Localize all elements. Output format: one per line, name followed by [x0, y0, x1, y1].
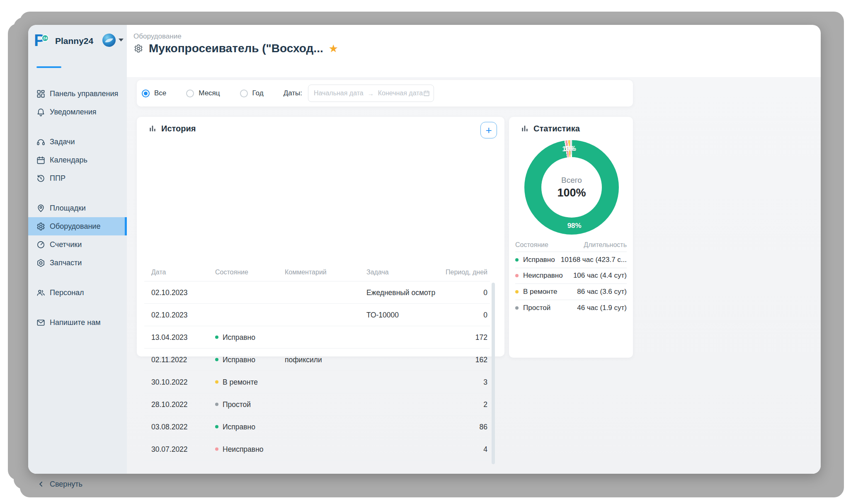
row-status: Исправно — [215, 333, 255, 342]
radio-label: Год — [252, 89, 264, 97]
sidebar-item-icon — [36, 204, 46, 213]
end-date-placeholder[interactable]: Конечная дата — [378, 90, 423, 97]
status-dot — [215, 403, 218, 406]
table-row[interactable]: 03.08.2022 Исправно 86 — [144, 416, 490, 438]
sidebar-item-label: Уведомления — [50, 108, 97, 116]
radio-circle-icon[interactable] — [186, 90, 194, 97]
brand-row: P 24 Planny24 — [34, 32, 121, 50]
sidebar-item-icon — [36, 174, 46, 183]
logo-badge: 24 — [41, 34, 49, 42]
sidebar-item-label: Запчасти — [50, 259, 82, 267]
sidebar-item-label: Счетчики — [50, 240, 82, 249]
sidebar-item-icon — [36, 258, 46, 268]
add-history-record-button[interactable]: + — [480, 122, 497, 138]
table-row[interactable]: 30.10.2022 В ремонте 3 — [144, 371, 490, 393]
legend-row: Простой 46 час (1.9 сут) — [515, 300, 627, 316]
row-task: ТО-10000 — [366, 310, 399, 319]
row-comment: пофиксили — [285, 355, 322, 364]
filter-bar: Все Месяц Год Даты: Начальная дата → Кон… — [137, 80, 633, 107]
status-dot — [215, 380, 218, 384]
chevron-left-icon — [37, 480, 45, 488]
sidebar-item[interactable]: Задачи — [28, 133, 127, 151]
row-date: 13.04.2023 — [151, 333, 188, 342]
sidebar-item-label: Панель управления — [50, 90, 118, 98]
date-range-input[interactable]: Начальная дата → Конечная дата — [308, 85, 434, 102]
table-row[interactable]: 13.04.2023 Исправно 172 — [144, 326, 490, 349]
legend-row: Исправно 10168 час (423.7 с... — [515, 252, 627, 268]
sidebar-item[interactable]: Панель управления — [28, 85, 127, 103]
row-period: 86 — [480, 422, 487, 431]
table-scrollbar[interactable] — [492, 283, 495, 464]
status-dot — [215, 358, 218, 361]
radio-circle-icon[interactable] — [240, 90, 248, 97]
period-radio[interactable]: Месяц — [186, 89, 220, 97]
row-date: 02.10.2023 — [151, 310, 188, 319]
status-dot — [215, 425, 218, 429]
sidebar: P 24 Planny24 Панель управления Уведомле… — [28, 25, 127, 474]
favorite-star-icon[interactable]: ★ — [329, 44, 338, 53]
start-date-placeholder[interactable]: Начальная дата — [314, 90, 364, 97]
sidebar-item[interactable]: ППР — [28, 169, 127, 187]
table-row[interactable]: 02.10.2023 ТО-10000 0 — [144, 304, 490, 326]
radio-circle-icon[interactable] — [142, 90, 150, 97]
sidebar-item[interactable]: Календарь — [28, 151, 127, 169]
row-date: 28.10.2022 — [151, 400, 188, 409]
user-avatar[interactable] — [102, 34, 116, 47]
legend-rows: Исправно 10168 час (423.7 с... Неисправн… — [515, 252, 627, 316]
row-status: Простой — [215, 400, 251, 409]
sidebar-item[interactable]: Уведомления — [28, 103, 127, 121]
legend-value: 10168 час (423.7 с... — [561, 256, 627, 264]
period-radio[interactable]: Год — [240, 89, 264, 97]
brand-name: Planny24 — [55, 36, 93, 46]
sidebar-item-label: Персонал — [50, 288, 84, 297]
calendar-icon[interactable] — [423, 90, 430, 97]
sidebar-item-label: Оборудование — [50, 222, 100, 231]
legend-value: 46 час (1.9 сут) — [577, 304, 627, 312]
tab-bar — [359, 43, 481, 68]
sidebar-item-label: Календарь — [50, 156, 87, 165]
row-period: 162 — [475, 355, 487, 364]
history-table-header: Дата Состояние Комментарий Задача Период… — [144, 265, 490, 281]
period-radio[interactable]: Все — [142, 89, 166, 97]
sidebar-collapse-button[interactable]: Свернуть — [28, 475, 127, 493]
row-status: Неисправно — [215, 445, 264, 453]
row-period: 0 — [483, 310, 487, 319]
history-card-title: История — [161, 124, 196, 133]
radio-label: Месяц — [199, 89, 220, 97]
table-row[interactable]: 02.10.2023 Ежедневный осмотр 0 — [144, 281, 490, 304]
status-dot — [215, 448, 218, 451]
column-header: Период, дней — [446, 269, 487, 276]
row-period: 4 — [483, 445, 487, 453]
breadcrumb[interactable]: Оборудование — [133, 32, 182, 41]
statistics-card-title: Статистика — [533, 124, 580, 133]
sidebar-item[interactable]: Запчасти — [28, 254, 127, 272]
sidebar-item[interactable]: Оборудование — [28, 217, 127, 235]
row-status: Исправно — [215, 422, 255, 431]
sidebar-item-icon — [36, 155, 46, 165]
column-header: Состояние — [215, 269, 248, 276]
row-period: 3 — [483, 378, 487, 386]
table-row[interactable]: 28.10.2022 Простой 2 — [144, 393, 490, 416]
legend-dot — [515, 306, 519, 310]
table-row[interactable]: 30.07.2022 Неисправно 4 — [144, 438, 490, 460]
legend-label: Исправно — [515, 256, 555, 264]
table-row[interactable]: 02.11.2022 Исправно пофиксили 162 — [144, 349, 490, 371]
legend-dot — [515, 258, 519, 262]
donut-center: Всего 100% — [541, 157, 602, 218]
sidebar-item[interactable]: Площадки — [28, 199, 127, 217]
sidebar-item[interactable]: Напишите нам — [28, 313, 127, 332]
bar-chart-icon — [521, 124, 529, 133]
sidebar-item-icon — [36, 89, 46, 99]
sidebar-item-icon — [36, 288, 46, 298]
sidebar-item-label: ППР — [50, 174, 65, 183]
profile-caret-icon[interactable] — [119, 39, 124, 41]
sidebar-item[interactable]: Счетчики — [28, 235, 127, 254]
statistics-card: Статистика Всего 100% 98%1%1%0% Состояни… — [509, 117, 633, 358]
row-status: Исправно — [215, 355, 255, 364]
sidebar-item-icon — [36, 318, 46, 327]
sidebar-item[interactable]: Персонал — [28, 284, 127, 302]
status-donut-chart: Всего 100% 98%1%1%0% — [524, 140, 619, 235]
bar-chart-icon — [148, 124, 157, 133]
legend-label: В ремонте — [515, 288, 558, 296]
radio-label: Все — [154, 89, 166, 97]
